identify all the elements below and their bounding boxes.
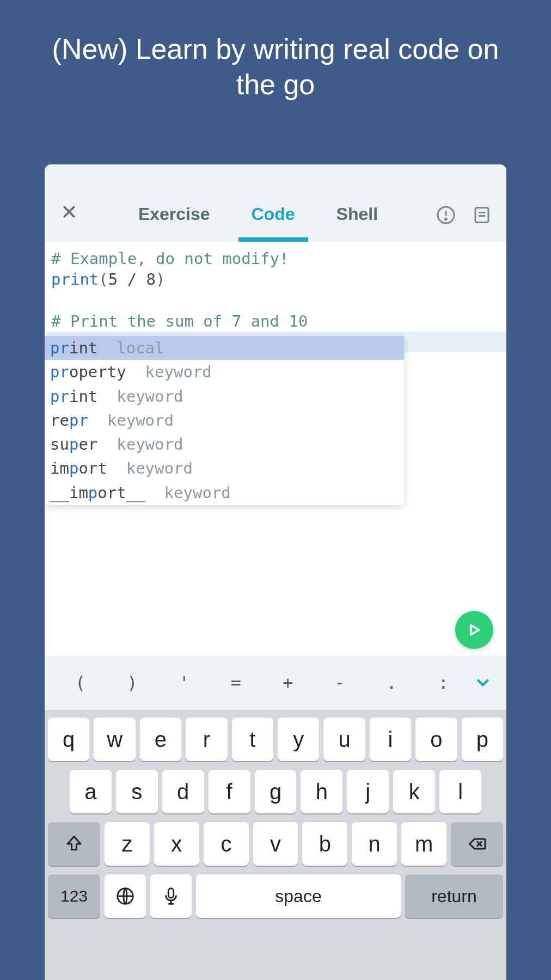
collapse-symbols-button[interactable]	[469, 673, 497, 692]
key-z[interactable]: z	[105, 822, 150, 866]
globe-icon	[115, 886, 136, 906]
play-icon	[466, 622, 482, 638]
key-n[interactable]: n	[352, 822, 397, 866]
key-w[interactable]: w	[94, 718, 135, 761]
keyboard-row: q w e r t y u i o p	[48, 718, 503, 761]
key-g[interactable]: g	[255, 770, 297, 813]
key-backspace[interactable]	[451, 822, 503, 866]
key-h[interactable]: h	[301, 770, 342, 813]
key-l[interactable]: l	[439, 770, 481, 813]
key-b[interactable]: b	[302, 822, 347, 866]
key-x[interactable]: x	[154, 822, 199, 866]
autocomplete-item[interactable]: __import__ keyword	[45, 481, 404, 505]
toolbar-actions	[436, 205, 492, 225]
key-i[interactable]: i	[370, 718, 411, 761]
autocomplete-item[interactable]: repr keyword	[45, 408, 404, 432]
app-frame: Exercise Code Shell # Example, do not mo…	[45, 164, 506, 980]
run-button[interactable]	[455, 611, 493, 649]
symbol-key[interactable]: =	[210, 672, 262, 693]
key-q[interactable]: q	[48, 718, 89, 761]
symbol-key[interactable]: '	[158, 672, 210, 693]
autocomplete-item[interactable]: print local	[45, 336, 404, 360]
symbol-key[interactable]: .	[366, 672, 418, 693]
symbol-key[interactable]: +	[262, 672, 314, 693]
symbol-key[interactable]: (	[54, 672, 106, 693]
hint-button[interactable]	[436, 205, 456, 225]
key-a[interactable]: a	[70, 770, 112, 813]
svg-point-2	[445, 218, 447, 220]
code-line: # Example, do not modify!	[47, 248, 506, 269]
key-globe[interactable]	[105, 874, 146, 918]
key-y[interactable]: y	[278, 718, 319, 761]
key-k[interactable]: k	[393, 770, 435, 813]
tab-exercise[interactable]: Exercise	[118, 204, 231, 242]
key-d[interactable]: d	[162, 770, 204, 813]
autocomplete-item[interactable]: super keyword	[45, 432, 404, 456]
code-line	[47, 290, 506, 311]
key-e[interactable]: e	[140, 718, 181, 761]
autocomplete-item[interactable]: property keyword	[45, 360, 404, 384]
toolbar: Exercise Code Shell	[45, 164, 506, 242]
symbol-bar: ( ) ' = + - . :	[45, 656, 506, 710]
key-numbers[interactable]: 123	[48, 874, 100, 918]
tabs: Exercise Code Shell	[81, 164, 436, 242]
close-button[interactable]	[58, 200, 81, 223]
key-o[interactable]: o	[415, 718, 457, 761]
autocomplete-popup: print local property keyword print keywo…	[45, 336, 404, 505]
code-line: # Print the sum of 7 and 10	[47, 311, 506, 332]
key-c[interactable]: c	[204, 822, 249, 866]
mic-icon	[161, 886, 181, 906]
autocomplete-item[interactable]: print keyword	[45, 384, 404, 408]
code-line: print(5 / 8)	[47, 269, 506, 290]
key-m[interactable]: m	[401, 822, 446, 866]
chevron-down-icon	[474, 673, 492, 692]
key-t[interactable]: t	[232, 718, 273, 761]
symbol-key[interactable]: -	[314, 672, 365, 693]
key-f[interactable]: f	[209, 770, 250, 813]
key-u[interactable]: u	[323, 718, 365, 761]
keyboard-row: z x c v b n m	[48, 822, 503, 866]
tab-code[interactable]: Code	[231, 204, 316, 242]
code-editor[interactable]: # Example, do not modify! print(5 / 8) #…	[45, 242, 506, 656]
key-p[interactable]: p	[462, 718, 503, 761]
key-shift[interactable]	[48, 822, 100, 866]
notes-button[interactable]	[472, 205, 492, 225]
autocomplete-item[interactable]: import keyword	[45, 456, 404, 480]
key-return[interactable]: return	[405, 874, 503, 918]
close-icon	[61, 204, 77, 220]
keyboard-row: a s d f g h j k l	[48, 770, 503, 813]
keyboard: q w e r t y u i o p a s d f g h j k l z	[45, 710, 506, 980]
notes-icon	[472, 205, 492, 225]
symbol-key[interactable]: )	[106, 672, 158, 693]
key-space[interactable]: space	[196, 874, 401, 918]
backspace-icon	[467, 834, 487, 854]
tab-shell[interactable]: Shell	[316, 204, 399, 242]
key-r[interactable]: r	[186, 718, 227, 761]
shift-icon	[64, 834, 84, 854]
svg-rect-7	[168, 889, 174, 898]
alert-icon	[436, 205, 456, 225]
key-s[interactable]: s	[116, 770, 158, 813]
keyboard-row: 123 space return	[48, 874, 503, 918]
promo-title: (New) Learn by writing real code on the …	[0, 0, 551, 102]
key-v[interactable]: v	[253, 822, 298, 866]
key-j[interactable]: j	[347, 770, 389, 813]
key-mic[interactable]	[150, 874, 192, 918]
symbol-key[interactable]: :	[418, 672, 469, 693]
